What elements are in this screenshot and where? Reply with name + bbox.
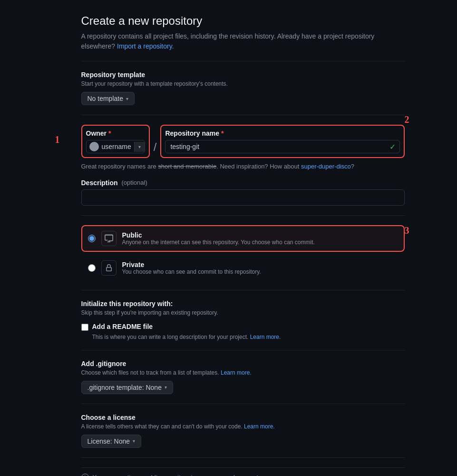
owner-box: Owner * username ▾	[81, 125, 150, 158]
template-section: Repository template Start your repositor…	[81, 71, 405, 105]
owner-repo-container: 1 2 Owner * username ▾ / Repo	[81, 125, 405, 158]
owner-label: Owner *	[86, 129, 145, 137]
readme-label: Add a README file	[92, 323, 153, 330]
init-subtitle: Skip this step if you're importing an ex…	[81, 309, 405, 316]
owner-select[interactable]: username ▾	[86, 140, 145, 153]
license-dropdown[interactable]: License: None ▾	[81, 435, 142, 448]
suggestion-strikethrough: short and memorable	[158, 163, 216, 170]
init-title: Initialize this repository with:	[81, 300, 405, 307]
public-option[interactable]: Public Anyone on the internet can see th…	[81, 225, 405, 252]
public-title: Public	[122, 231, 315, 239]
gitignore-dropdown-arrow-icon: ▾	[165, 385, 167, 390]
description-input[interactable]	[81, 189, 405, 206]
readme-learn-more-link[interactable]: Learn more.	[250, 334, 281, 340]
notice-row: i You are creating a public repository i…	[81, 467, 405, 476]
license-learn-more-link[interactable]: Learn more.	[244, 423, 275, 430]
annotation-1: 1	[55, 134, 60, 145]
gitignore-dropdown[interactable]: .gitignore template: None ▾	[81, 381, 173, 394]
description-section: Description (optional)	[81, 179, 405, 206]
private-option[interactable]: Private You choose who can see and commi…	[81, 256, 405, 280]
page-subtitle: A repository contains all project files,…	[81, 31, 405, 51]
initialize-section: Initialize this repository with: Skip th…	[81, 300, 405, 340]
repo-valid-check-icon: ✓	[386, 142, 399, 151]
gitignore-learn-more-link[interactable]: Learn more.	[221, 369, 252, 376]
owner-name: username	[102, 140, 134, 153]
private-lock-icon	[101, 260, 117, 276]
repo-name-input-wrapper: ✓	[165, 140, 399, 153]
description-optional: (optional)	[122, 179, 147, 186]
annotation-3: 3	[405, 225, 409, 236]
private-radio[interactable]	[88, 264, 96, 272]
description-label: Description (optional)	[81, 179, 405, 187]
divider-6	[81, 404, 405, 404]
license-dropdown-label: License: None	[88, 437, 130, 445]
gitignore-dropdown-label: .gitignore template: None	[88, 384, 162, 391]
divider-2	[81, 115, 405, 115]
public-radio[interactable]	[88, 235, 96, 242]
import-link[interactable]: Import a repository.	[117, 42, 174, 50]
owner-chevron-icon[interactable]: ▾	[134, 142, 145, 152]
divider-5	[81, 350, 405, 350]
gitignore-section: Add .gitignore Choose which files not to…	[81, 360, 405, 394]
gitignore-title: Add .gitignore	[81, 360, 405, 367]
template-dropdown-label: No template	[88, 95, 123, 102]
annotation-2: 2	[405, 114, 409, 125]
visibility-section: 3 Public Anyone on the internet can see …	[81, 225, 405, 280]
license-title: Choose a license	[81, 414, 405, 421]
page-title: Create a new repository	[81, 14, 405, 28]
owner-avatar	[89, 142, 99, 151]
template-sublabel: Start your repository with a template re…	[81, 80, 405, 87]
public-desc: Anyone on the internet can see this repo…	[122, 239, 315, 246]
divider-7	[81, 457, 405, 458]
license-desc: A license tells others what they can and…	[81, 423, 405, 430]
readme-row: Add a README file	[81, 323, 405, 331]
template-dropdown[interactable]: No template ▾	[81, 92, 135, 105]
readme-desc: This is where you can write a long descr…	[92, 334, 405, 340]
public-monitor-icon	[101, 231, 117, 246]
divider-3	[81, 215, 405, 216]
repo-name-label: Repository name *	[165, 129, 399, 137]
repo-name-box: Repository name * ✓	[160, 125, 404, 158]
divider-4	[81, 290, 405, 290]
suggestion-text: Great repository names are short and mem…	[81, 162, 405, 171]
license-section: Choose a license A license tells others …	[81, 414, 405, 448]
separator-slash: /	[154, 129, 157, 154]
readme-checkbox[interactable]	[81, 324, 88, 331]
owner-repo-row: Owner * username ▾ / Repository name *	[81, 125, 405, 158]
private-text: Private You choose who can see and commi…	[122, 261, 261, 275]
notice-text: You are creating a public repository in …	[93, 474, 260, 476]
public-text: Public Anyone on the internet can see th…	[122, 231, 315, 246]
gitignore-desc: Choose which files not to track from a l…	[81, 369, 405, 376]
license-dropdown-arrow-icon: ▾	[133, 438, 135, 444]
template-label: Repository template	[81, 71, 405, 79]
divider-1	[81, 61, 405, 61]
repo-name-input[interactable]	[165, 140, 385, 153]
repo-required: *	[221, 129, 224, 137]
notice-info-icon: i	[81, 474, 89, 476]
private-desc: You choose who can see and commit to thi…	[122, 268, 261, 275]
owner-required: *	[108, 129, 111, 137]
private-title: Private	[122, 261, 261, 268]
template-dropdown-arrow-icon: ▾	[126, 96, 128, 101]
suggestion-link[interactable]: super-duper-disco	[301, 163, 351, 170]
